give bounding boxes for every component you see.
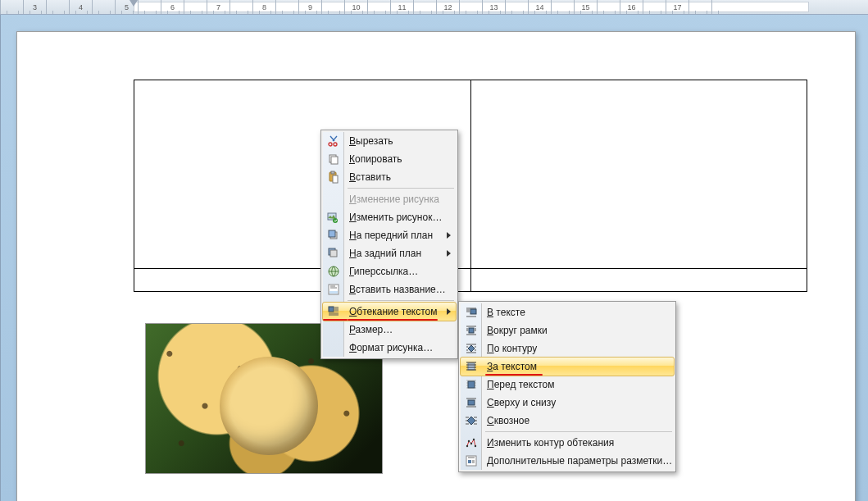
menu-label: Сверху и снизу xyxy=(487,397,556,408)
text-wrap-submenu: В тексте Вокруг рамки По контуру За текс… xyxy=(458,301,676,472)
menu-label: Вставить xyxy=(349,171,391,183)
menu-item-copy[interactable]: Копировать xyxy=(323,150,456,168)
ruler-tick: 15 xyxy=(575,0,598,14)
menu-item-hyperlink[interactable]: Гиперссылка… xyxy=(323,262,456,280)
menu-item-cut[interactable]: Вырезать xyxy=(323,132,456,150)
paste-icon xyxy=(326,170,341,184)
ruler-tick xyxy=(184,0,207,14)
hyperlink-icon xyxy=(326,264,341,279)
menu-item-size[interactable]: Размер… xyxy=(323,321,456,339)
wrap-top-bottom[interactable]: Сверху и снизу xyxy=(461,394,674,412)
wrap-edit-points[interactable]: Изменить контур обтекания xyxy=(461,434,674,452)
wrap-tight[interactable]: По контуру xyxy=(461,339,674,358)
wrap-through-icon xyxy=(464,413,479,428)
ruler-tick xyxy=(689,0,712,14)
menu-label: Дополнительные параметры разметки… xyxy=(487,455,672,467)
svg-rect-20 xyxy=(468,381,475,388)
ruler-tick xyxy=(1,0,24,14)
ruler-tick: 10 xyxy=(345,0,368,14)
menu-label: Вырезать xyxy=(349,135,393,147)
ruler-tick xyxy=(552,0,575,14)
wrap-options-icon xyxy=(464,453,479,468)
menu-label: По контуру xyxy=(487,343,537,354)
ruler-tick: 17 xyxy=(666,0,689,14)
wrap-inline[interactable]: В тексте xyxy=(461,303,674,321)
wrap-square[interactable]: Вокруг рамки xyxy=(461,321,674,339)
wrap-square-icon xyxy=(464,323,479,338)
ruler-tick: 16 xyxy=(620,0,643,14)
menu-separator xyxy=(348,188,454,189)
menu-item-format-picture[interactable]: Формат рисунка… xyxy=(323,339,456,357)
svg-point-22 xyxy=(466,445,468,447)
table-cell[interactable] xyxy=(470,80,807,269)
menu-separator xyxy=(485,431,672,432)
menu-label: Вокруг рамки xyxy=(487,325,548,336)
ruler-tick xyxy=(230,0,253,14)
ruler-tick: 9 xyxy=(299,0,322,14)
wrap-topbottom-icon xyxy=(464,395,479,410)
menu-label: Изменение рисунка xyxy=(349,194,439,205)
submenu-arrow-icon xyxy=(447,250,451,257)
svg-rect-6 xyxy=(333,175,338,183)
svg-rect-21 xyxy=(468,400,475,405)
wrap-through[interactable]: Сквозное xyxy=(461,412,674,430)
scissors-icon xyxy=(326,134,341,148)
menu-item-change-picture[interactable]: Изменить рисунок… xyxy=(323,208,456,226)
menu-separator xyxy=(348,300,454,301)
wrap-edit-icon xyxy=(464,435,479,450)
svg-point-0 xyxy=(329,143,332,146)
menu-label: На задний план xyxy=(349,248,421,259)
wrap-front-icon xyxy=(464,377,479,392)
wrap-behind-icon xyxy=(464,359,479,374)
ruler-tick: 4 xyxy=(70,0,93,14)
send-back-icon xyxy=(326,246,341,261)
menu-item-send-to-back[interactable]: На задний план xyxy=(323,244,456,262)
svg-rect-17 xyxy=(470,309,476,314)
svg-point-25 xyxy=(473,439,475,440)
indent-marker-icon[interactable] xyxy=(130,0,138,7)
wrap-inline-icon xyxy=(464,305,479,320)
document-table[interactable] xyxy=(134,80,807,292)
menu-item-bring-to-front[interactable]: На передний план xyxy=(323,226,456,244)
menu-label: Изменить рисунок… xyxy=(349,212,442,223)
menu-label: За текстом xyxy=(487,361,537,372)
wrap-in-front[interactable]: Перед текстом xyxy=(461,376,674,394)
ruler-tick xyxy=(368,0,391,14)
ruler-tick xyxy=(139,0,161,14)
svg-rect-19 xyxy=(468,363,475,370)
ruler-tick: 6 xyxy=(161,0,184,14)
ruler-tick xyxy=(506,0,529,14)
menu-label: Копировать xyxy=(349,153,402,165)
svg-rect-5 xyxy=(331,171,334,174)
menu-item-change-picture-disabled: Изменение рисунка xyxy=(323,190,456,208)
ruler-tick: 12 xyxy=(437,0,460,14)
menu-item-paste[interactable]: Вставить xyxy=(323,168,456,186)
context-menu: Вырезать Копировать Вставить Изменение р… xyxy=(320,130,458,359)
menu-label: Размер… xyxy=(349,324,393,335)
submenu-arrow-icon xyxy=(447,232,451,239)
ruler-tick xyxy=(276,0,299,14)
text-wrap-icon xyxy=(326,304,341,319)
caption-icon xyxy=(326,282,341,297)
menu-label: Формат рисунка… xyxy=(349,342,433,353)
svg-rect-12 xyxy=(330,250,337,257)
annotation-underline xyxy=(323,319,348,321)
menu-label: Изменить контур обтекания xyxy=(487,437,614,449)
ruler-tick xyxy=(598,0,620,14)
svg-rect-28 xyxy=(468,460,471,463)
svg-point-24 xyxy=(470,443,472,444)
menu-item-insert-caption[interactable]: Вставить название… xyxy=(323,280,456,298)
wrap-more-options[interactable]: Дополнительные параметры разметки… xyxy=(461,452,674,470)
svg-point-1 xyxy=(334,143,337,146)
ruler-tick: 3 xyxy=(24,0,47,14)
menu-label: На передний план xyxy=(349,230,433,241)
ruler-tick: 11 xyxy=(391,0,414,14)
horizontal-ruler[interactable]: 311234567891011121314151617 xyxy=(0,0,868,15)
svg-rect-16 xyxy=(329,307,334,312)
svg-rect-10 xyxy=(329,230,335,237)
wrap-behind-text[interactable]: За текстом xyxy=(460,357,675,376)
ruler-tick xyxy=(460,0,483,14)
svg-point-23 xyxy=(468,440,470,442)
ruler-tick: 7 xyxy=(207,0,230,14)
table-cell[interactable] xyxy=(470,269,807,292)
